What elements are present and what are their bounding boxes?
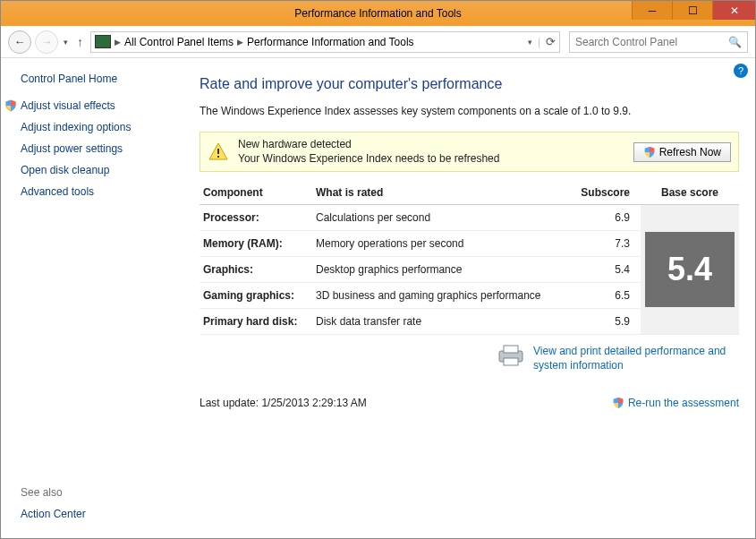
sidebar: Control Panel Home Adjust visual effects… — [1, 58, 189, 538]
svg-rect-3 — [504, 346, 518, 353]
search-input[interactable] — [575, 36, 728, 48]
component-subscore: 7.3 — [570, 231, 641, 257]
search-box[interactable]: 🔍 — [569, 31, 748, 53]
breadcrumb-item[interactable]: Performance Information and Tools — [247, 36, 414, 48]
search-icon: 🔍 — [728, 36, 742, 48]
last-update-label: Last update: 1/25/2013 2:29:13 AM — [200, 397, 367, 409]
warning-icon — [208, 141, 229, 163]
computer-icon — [95, 35, 111, 48]
page-description: The Windows Experience Index assesses ke… — [200, 105, 739, 117]
printer-icon — [496, 344, 526, 367]
page-title: Rate and improve your computer's perform… — [200, 76, 739, 92]
component-subscore: 5.9 — [570, 309, 641, 335]
refresh-now-button[interactable]: Refresh Now — [633, 142, 731, 162]
refresh-icon[interactable]: ⟳ — [546, 35, 556, 48]
navbar: ← → ▾ ↑ ▶ All Control Panel Items ▶ Perf… — [1, 26, 755, 58]
breadcrumb[interactable]: ▶ All Control Panel Items ▶ Performance … — [90, 31, 560, 53]
chevron-down-icon[interactable]: ▾ — [528, 38, 532, 47]
back-button[interactable]: ← — [8, 30, 31, 54]
component-name: Memory (RAM): — [200, 231, 312, 257]
sidebar-item-label: Adjust power settings — [21, 142, 123, 155]
sidebar-item-cleanup[interactable]: Open disk cleanup — [21, 164, 180, 176]
refresh-button-label: Refresh Now — [659, 146, 721, 158]
component-subscore: 6.5 — [570, 283, 641, 309]
svg-rect-1 — [217, 156, 219, 158]
col-rated: What is rated — [312, 181, 570, 205]
breadcrumb-item[interactable]: All Control Panel Items — [124, 36, 234, 48]
sidebar-item-label: Adjust indexing options — [21, 121, 131, 133]
see-also-label: See also — [21, 486, 180, 499]
chevron-right-icon: ▶ — [234, 38, 247, 47]
detail-link-row: View and print detailed performance and … — [200, 344, 739, 372]
rerun-label: Re-run the assessment — [628, 397, 739, 409]
forward-button[interactable]: → — [35, 30, 58, 54]
component-rated: Disk data transfer rate — [312, 309, 570, 335]
svg-rect-4 — [504, 358, 518, 365]
base-score-cell: 5.4 — [641, 205, 739, 335]
chevron-right-icon: ▶ — [111, 38, 124, 47]
component-rated: Desktop graphics performance — [312, 257, 570, 283]
sidebar-item-label: Open disk cleanup — [21, 164, 109, 176]
sidebar-item-action-center[interactable]: Action Center — [21, 508, 180, 520]
component-name: Primary hard disk: — [200, 309, 312, 335]
up-button[interactable]: ↑ — [73, 35, 87, 49]
view-detail-link[interactable]: View and print detailed performance and … — [533, 344, 739, 372]
col-component: Component — [200, 181, 312, 205]
alert-banner: New hardware detected Your Windows Exper… — [200, 132, 739, 172]
alert-line1: New hardware detected — [238, 138, 499, 152]
component-rated: 3D business and gaming graphics performa… — [312, 283, 570, 309]
shield-icon — [4, 99, 17, 112]
rerun-assessment-link[interactable]: Re-run the assessment — [612, 397, 739, 409]
component-name: Gaming graphics: — [200, 283, 312, 309]
base-score-value: 5.4 — [645, 232, 735, 307]
control-panel-home-link[interactable]: Control Panel Home — [21, 73, 180, 85]
sidebar-item-power[interactable]: Adjust power settings — [21, 142, 180, 155]
main-content: Rate and improve your computer's perform… — [189, 58, 755, 538]
alert-line2: Your Windows Experience Index needs to b… — [238, 152, 499, 167]
component-rated: Calculations per second — [312, 205, 570, 231]
col-subscore: Subscore — [570, 181, 641, 205]
component-subscore: 5.4 — [570, 257, 641, 283]
titlebar: Performance Information and Tools ─ ☐ ✕ — [1, 1, 755, 26]
component-name: Processor: — [200, 205, 312, 231]
sidebar-item-indexing[interactable]: Adjust indexing options — [21, 121, 180, 133]
shield-icon — [612, 397, 624, 409]
performance-table: Component What is rated Subscore Base sc… — [200, 181, 739, 335]
svg-rect-0 — [217, 149, 219, 154]
history-dropdown-icon[interactable]: ▾ — [62, 38, 70, 47]
close-button[interactable]: ✕ — [712, 1, 755, 20]
col-basescore: Base score — [641, 181, 739, 205]
component-name: Graphics: — [200, 257, 312, 283]
sidebar-item-visual-effects[interactable]: Adjust visual effects — [4, 99, 180, 112]
component-subscore: 6.9 — [570, 205, 641, 231]
component-rated: Memory operations per second — [312, 231, 570, 257]
sidebar-item-label: Action Center — [21, 508, 86, 520]
sidebar-item-label: Advanced tools — [21, 185, 94, 198]
help-icon[interactable]: ? — [734, 64, 748, 78]
sidebar-item-advanced[interactable]: Advanced tools — [21, 185, 180, 198]
shield-icon — [643, 146, 656, 158]
sidebar-item-label: Adjust visual effects — [21, 99, 115, 112]
table-row: Processor: Calculations per second 6.9 5… — [200, 205, 739, 231]
maximize-button[interactable]: ☐ — [672, 1, 712, 20]
minimize-button[interactable]: ─ — [632, 1, 672, 20]
